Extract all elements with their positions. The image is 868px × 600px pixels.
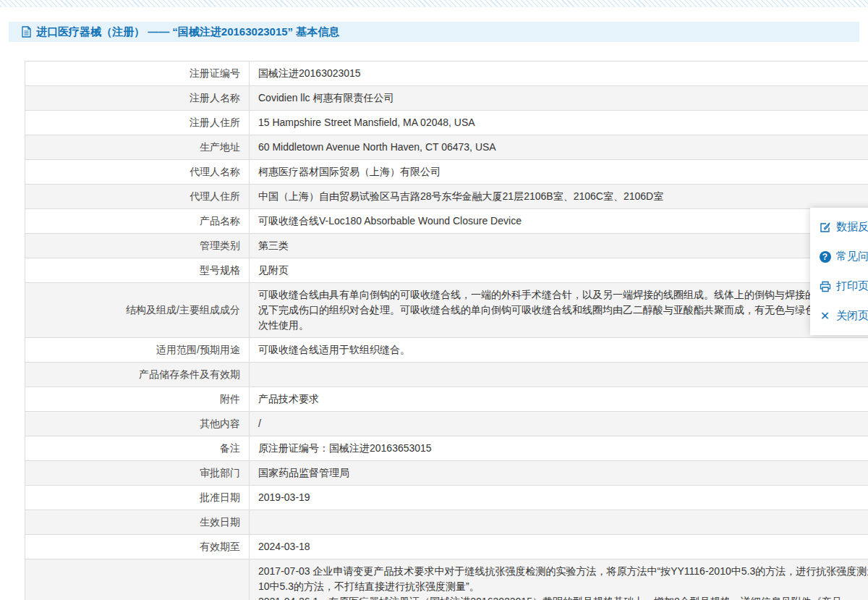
table-row: 附件 产品技术要求 bbox=[25, 387, 868, 412]
question-icon: ? bbox=[819, 250, 831, 263]
table-row: 结构及组成/主要组成成分 可吸收缝合线由具有单向倒钩的可吸收缝合线，一端的外科手… bbox=[25, 283, 868, 338]
data-feedback-button[interactable]: 数据反馈 bbox=[810, 212, 868, 242]
field-label: 产品名称 bbox=[25, 209, 250, 234]
data-feedback-label: 数据反馈 bbox=[836, 220, 868, 234]
top-decoration-stripes bbox=[0, 0, 868, 7]
field-label: 审批部门 bbox=[25, 461, 250, 486]
field-label: 注册人名称 bbox=[25, 86, 250, 111]
feedback-icon bbox=[819, 221, 831, 233]
field-label: 管理类别 bbox=[25, 234, 250, 258]
main-container: 进口医疗器械（注册） —— “国械注进20163023015” 基本信息 注册证… bbox=[9, 22, 859, 600]
table-row: 审批部门 国家药品监督管理局 bbox=[25, 461, 868, 486]
print-page-label: 打印页面 bbox=[836, 279, 868, 293]
field-value: 可吸收缝合线由具有单向倒钩的可吸收缝合线，一端的外科手术缝合针，以及另一端焊接的… bbox=[250, 283, 868, 338]
field-value: 15 Hampshire Street Mansfield, MA 02048,… bbox=[250, 111, 868, 135]
field-value: 国械注进20163023015 bbox=[250, 62, 868, 86]
field-value: 原注册证编号：国械注进20163653015 bbox=[250, 436, 868, 461]
floating-action-panel: 数据反馈 ? 常见问题 打印页面 ✕ 关闭页面 bbox=[810, 208, 868, 335]
table-row: 产品名称 可吸收缝合线V-Loc180 Absorbable Wound Clo… bbox=[25, 209, 868, 234]
field-value: 第三类 bbox=[250, 234, 868, 258]
table-row: 注册人名称 Covidien llc 柯惠有限责任公司 bbox=[25, 86, 868, 111]
field-label: 批准日期 bbox=[25, 486, 250, 510]
table-row: 代理人名称 柯惠医疗器材国际贸易（上海）有限公司 bbox=[25, 160, 868, 185]
field-value: 可吸收缝合线适用于软组织缝合。 bbox=[250, 338, 868, 363]
table-row: 代理人住所 中国（上海）自由贸易试验区马吉路28号东华金融大厦21层2106B室… bbox=[25, 185, 868, 209]
close-page-label: 关闭页面 bbox=[836, 309, 868, 323]
field-value: 柯惠医疗器材国际贸易（上海）有限公司 bbox=[250, 160, 868, 185]
field-label: 生效日期 bbox=[25, 510, 250, 535]
field-value bbox=[250, 363, 868, 387]
field-label: 有效期至 bbox=[25, 535, 250, 559]
table-row: 2017-07-03 企业申请变更产品技术要求中对于缝线抗张强度检测的实验方法，… bbox=[25, 559, 868, 600]
close-page-button[interactable]: ✕ 关闭页面 bbox=[810, 301, 868, 331]
field-label: 代理人名称 bbox=[25, 160, 250, 185]
field-value: 国家药品监督管理局 bbox=[250, 461, 868, 486]
table-row: 管理类别 第三类 bbox=[25, 234, 868, 258]
table-row: 适用范围/预期用途 可吸收缝合线适用于软组织缝合。 bbox=[25, 338, 868, 363]
field-value: 2024-03-18 bbox=[250, 535, 868, 559]
field-value: 产品技术要求 bbox=[250, 387, 868, 412]
page-header: 进口医疗器械（注册） —— “国械注进20163023015” 基本信息 bbox=[9, 22, 859, 42]
field-value: Covidien llc 柯惠有限责任公司 bbox=[250, 86, 868, 111]
field-value: 见附页 bbox=[250, 258, 868, 283]
document-icon bbox=[22, 26, 31, 38]
field-label: 型号规格 bbox=[25, 258, 250, 283]
field-label: 注册人住所 bbox=[25, 111, 250, 135]
field-value: 可吸收缝合线V-Loc180 Absorbable Wound Closure … bbox=[250, 209, 868, 234]
table-row: 批准日期 2019-03-19 bbox=[25, 486, 868, 510]
close-icon: ✕ bbox=[819, 310, 831, 322]
field-value: / bbox=[250, 412, 868, 436]
table-row: 其他内容 / bbox=[25, 412, 868, 436]
table-row: 型号规格 见附页 bbox=[25, 258, 868, 283]
field-label: 代理人住所 bbox=[25, 185, 250, 209]
field-label: 结构及组成/主要组成成分 bbox=[25, 283, 250, 338]
field-label: 生产地址 bbox=[25, 135, 250, 160]
faq-button[interactable]: ? 常见问题 bbox=[810, 242, 868, 271]
print-icon bbox=[819, 280, 831, 292]
field-label: 产品储存条件及有效期 bbox=[25, 363, 250, 387]
print-page-button[interactable]: 打印页面 bbox=[810, 271, 868, 301]
table-row: 备注 原注册证编号：国械注进20163653015 bbox=[25, 436, 868, 461]
table-row: 生产地址 60 Middletown Avenue North Haven, C… bbox=[25, 135, 868, 160]
table-row: 生效日期 bbox=[25, 510, 868, 535]
field-value: 60 Middletown Avenue North Haven, CT 064… bbox=[250, 135, 868, 160]
field-label: 备注 bbox=[25, 436, 250, 461]
table-row: 产品储存条件及有效期 bbox=[25, 363, 868, 387]
faq-label: 常见问题 bbox=[836, 250, 868, 263]
field-value bbox=[250, 510, 868, 535]
page-title: 进口医疗器械（注册） —— “国械注进20163023015” 基本信息 bbox=[36, 25, 339, 39]
field-label: 适用范围/预期用途 bbox=[25, 338, 250, 363]
registration-info-table: 注册证编号 国械注进20163023015 注册人名称 Covidien llc… bbox=[25, 61, 868, 600]
field-value: 2019-03-19 bbox=[250, 486, 868, 510]
field-label: 附件 bbox=[25, 387, 250, 412]
field-value: 中国（上海）自由贸易试验区马吉路28号东华金融大厦21层2106B室、2106C… bbox=[250, 185, 868, 209]
table-row: 注册人住所 15 Hampshire Street Mansfield, MA … bbox=[25, 111, 868, 135]
field-label bbox=[25, 559, 250, 600]
table-row: 注册证编号 国械注进20163023015 bbox=[25, 62, 868, 86]
field-value: 2017-07-03 企业申请变更产品技术要求中对于缝线抗张强度检测的实验方法，… bbox=[250, 559, 868, 600]
field-label: 注册证编号 bbox=[25, 62, 250, 86]
table-row: 有效期至 2024-03-18 bbox=[25, 535, 868, 559]
field-label: 其他内容 bbox=[25, 412, 250, 436]
